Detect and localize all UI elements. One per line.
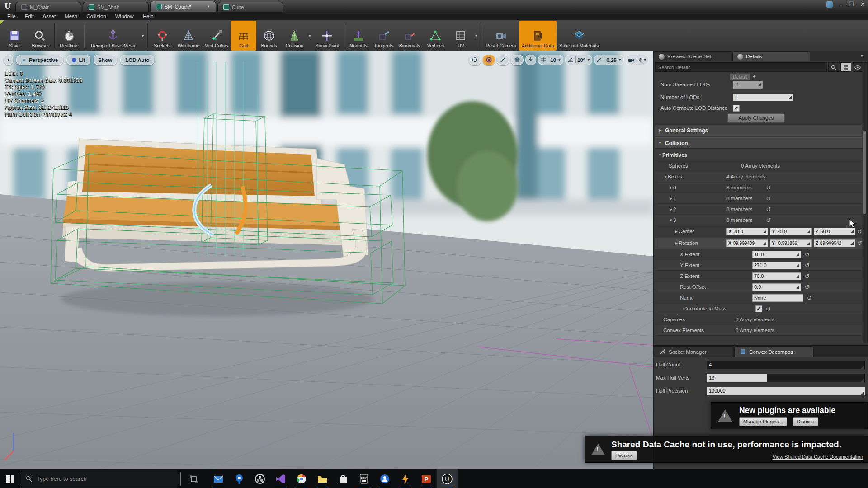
spinner-icon[interactable] [758,83,761,86]
row-convex-elements[interactable]: Convex Elements 0 Array elements [655,325,862,336]
angle-snap-value[interactable]: 10° [577,57,585,63]
manage-plugins-button[interactable]: Manage Plugins... [739,417,787,426]
realtime-button[interactable]: Realtime [57,21,82,51]
scale-tool-button[interactable] [497,55,509,65]
spinner-icon[interactable] [763,242,766,245]
taskbar-app-flash[interactable] [395,469,416,488]
center-y-field[interactable]: Y 20.0 [770,228,811,235]
tab-socket-manager[interactable]: Socket Manager [654,346,733,357]
chevron-down-icon[interactable]: ▼ [860,54,864,58]
menu-file[interactable]: File [3,14,20,19]
vertices-button[interactable]: Vertices [423,21,448,51]
perspective-button[interactable]: Perspective [16,55,63,65]
reset-icon[interactable]: ↺ [766,206,771,212]
spinner-icon[interactable] [807,230,810,233]
add-icon[interactable]: + [753,74,756,80]
maximize-button[interactable]: ❐ [849,1,854,8]
translate-tool-button[interactable] [469,55,481,65]
taskbar-app-chrome[interactable] [291,469,312,488]
feedback-icon[interactable] [826,1,833,8]
collapse-arrow-icon[interactable]: ▼ [658,141,662,145]
reset-icon[interactable]: ↺ [766,217,771,223]
spinner-icon[interactable] [796,264,799,267]
row-primitives[interactable]: ▼ Primitives [655,150,862,160]
save-button[interactable]: Save [2,21,27,51]
tab-cube[interactable]: Cube [217,2,283,12]
chevron-down-icon[interactable]: ▼ [587,58,590,61]
wireframe-button[interactable]: Wireframe [175,21,202,51]
collapse-arrow-icon[interactable]: ▼ [658,153,662,157]
menu-window[interactable]: Window [111,14,138,19]
scale-snap-value[interactable]: 0.25 [606,57,616,63]
hull-count-field[interactable]: 4 [707,361,865,369]
row-box-1[interactable]: ▶ 1 8 members ↺ [655,193,862,204]
tab-m-chair[interactable]: M_Chair [15,2,81,12]
scrollbar-thumb[interactable] [863,131,866,214]
tab-convex-decomposition[interactable]: Convex Decompos [734,346,814,357]
reset-camera-button[interactable]: Reset Camera [483,21,519,51]
spinner-icon[interactable] [861,378,864,382]
minimize-button[interactable]: – [839,1,842,8]
tab-sm-couch[interactable]: SM_Couch* ▼ [150,1,216,12]
row-rest-offset[interactable]: Rest Offset 0.0 ↺ [655,282,862,292]
rest-offset-field[interactable]: 0.0 [752,283,801,291]
row-box-0[interactable]: ▶ 0 8 members ↺ [655,183,862,193]
reimport-base-mesh-button[interactable]: Reimport Base Mesh [86,21,140,51]
show-menu-button[interactable]: Show [94,55,118,65]
chevron-down-icon[interactable]: ▼ [141,34,145,38]
category-general-settings[interactable]: ▶ General Settings [655,125,862,136]
binormals-button[interactable]: Binormals [396,21,423,51]
spinner-icon[interactable] [850,230,854,233]
spinner-icon[interactable] [788,96,792,99]
taskbar-app-visual-studio[interactable] [270,469,291,488]
hull-precision-field[interactable]: 100000 [707,387,865,395]
contribute-to-mass-checkbox[interactable]: ✔ [755,305,762,312]
scale-snap-icon[interactable] [596,57,602,63]
uv-button[interactable]: UV [448,21,473,51]
tab-sm-chair[interactable]: SM_Chair [83,2,149,12]
chevron-down-icon[interactable]: ▼ [643,58,646,61]
row-capsules[interactable]: Capsules 0 Array elements [655,314,862,325]
reset-icon[interactable]: ↺ [805,273,810,279]
taskbar-app-maps[interactable] [229,469,250,488]
row-box-3[interactable]: ▼ 3 8 members ↺ [655,215,862,225]
max-hull-verts-field[interactable]: 16 [707,374,865,382]
expand-arrow-icon[interactable]: ▶ [669,186,673,190]
row-box-2[interactable]: ▶ 2 8 members ↺ [655,204,862,215]
collapse-arrow-icon[interactable]: ▼ [663,175,668,179]
spinner-icon[interactable] [861,391,864,395]
row-z-extent[interactable]: Z Extent 70.0 ↺ [655,271,862,282]
row-x-extent[interactable]: X Extent 18.0 ↺ [655,249,862,260]
taskbar-app-obs[interactable] [250,469,270,488]
reset-icon[interactable]: ↺ [805,252,810,258]
reset-icon[interactable]: ↺ [766,196,771,202]
list-view-icon[interactable] [840,62,851,72]
spinner-icon[interactable] [807,242,810,245]
row-rotation[interactable]: ▶ Rotation X 89.999489 Y -0.591856 Z 89.… [655,238,862,249]
chevron-down-icon[interactable]: ▼ [618,58,622,61]
expand-arrow-icon[interactable]: ▶ [669,207,673,211]
reset-icon[interactable]: ↺ [807,295,812,301]
grid-snap-icon[interactable] [540,57,546,63]
auto-compute-checkbox[interactable]: ✔ [733,105,740,112]
expand-arrow-icon[interactable]: ▶ [674,230,679,234]
rotate-tool-button[interactable] [483,55,495,65]
expand-arrow-icon[interactable]: ▶ [669,197,673,201]
collapse-arrow-icon[interactable]: ▼ [669,218,673,222]
dismiss-button[interactable]: Dismiss [611,451,637,460]
spinner-icon[interactable] [796,275,799,278]
apply-changes-button[interactable]: Apply Changes [727,113,785,123]
tab-details[interactable]: Details [732,51,810,61]
additional-data-button[interactable]: Additional Data [519,21,557,51]
row-y-extent[interactable]: Y Extent 271.0 ↺ [655,260,862,271]
reset-icon[interactable]: ↺ [766,306,771,312]
viewport-options-button[interactable]: ▼ [4,55,13,65]
rotation-x-field[interactable]: X 89.999489 [726,239,768,247]
reset-icon[interactable]: ↺ [805,284,810,290]
close-button[interactable]: ✕ [860,1,865,8]
taskbar-app-mail[interactable] [208,469,229,488]
taskbar-search-input[interactable] [36,475,151,483]
menu-help[interactable]: Help [138,14,158,19]
viewport-3d-scene[interactable] [0,51,653,469]
tangents-button[interactable]: Tangents [371,21,396,51]
